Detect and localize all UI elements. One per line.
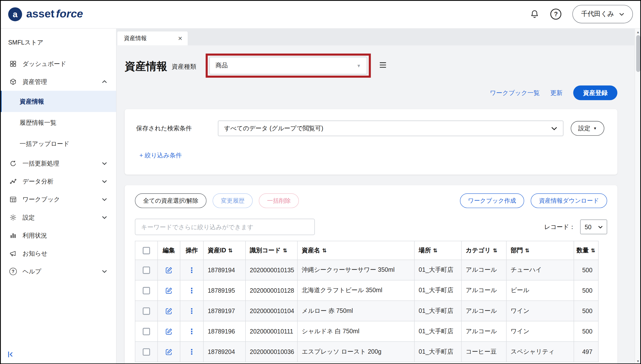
sidebar-item-news[interactable]: お知らせ — [0, 244, 116, 262]
edit-icon[interactable] — [165, 348, 173, 356]
menu-hamburger-icon[interactable] — [379, 62, 387, 68]
table-row: ⋮ 18789196 2020000010111 シャルドネ 白 750ml 0… — [135, 321, 598, 342]
sidebar-item-asset-management[interactable]: 資産管理 — [0, 73, 116, 91]
download-asset-info-button[interactable]: 資産情報ダウンロード — [531, 193, 607, 208]
table-row: ⋮ 18789204 2020000010036 エスプレッソ ロースト 200… — [135, 342, 598, 362]
col-asset-id[interactable]: 資産ID⇅ — [204, 241, 246, 260]
row-actions-icon[interactable]: ⋮ — [188, 266, 196, 274]
row-checkbox[interactable] — [143, 287, 150, 294]
analytics-icon — [9, 178, 17, 185]
change-history-button[interactable]: 変更履歴 — [213, 193, 253, 208]
sort-icon: ⇅ — [433, 248, 437, 254]
edit-icon[interactable] — [165, 328, 173, 335]
col-code[interactable]: 識別コード⇅ — [246, 241, 298, 260]
quantity-cell: 500 — [574, 280, 598, 300]
sidebar-item-help[interactable]: ? ヘルプ — [0, 262, 116, 280]
sidebar-item-dashboard[interactable]: ダッシュボード — [0, 55, 116, 73]
scrollbar-thumb[interactable] — [636, 35, 640, 72]
sidebar-item-label: ヘルプ — [22, 268, 41, 276]
sidebar-item-label: 資産情報 — [20, 98, 44, 105]
col-quantity[interactable]: 数量⇅ — [574, 241, 598, 260]
saved-search-select[interactable]: すべてのデータ (グループで閲覧可) — [218, 120, 564, 136]
sidebar-item-bulk-upload[interactable]: 一括アップロード — [0, 133, 116, 154]
col-department[interactable]: 部門⇅ — [506, 241, 574, 260]
code-cell: 2020000010104 — [246, 301, 298, 321]
quantity-cell: 500 — [574, 260, 598, 280]
scroll-down-arrow[interactable]: ▼ — [635, 358, 641, 364]
row-checkbox[interactable] — [143, 348, 150, 356]
sort-icon: ⇅ — [283, 248, 287, 254]
record-count-label: レコード： — [544, 223, 575, 231]
department-cell: ワイン — [506, 321, 574, 342]
add-filter-link[interactable]: + 絞り込み条件 — [140, 152, 182, 160]
sidebar-item-settings[interactable]: 設定 — [0, 208, 116, 226]
settings-dropdown-button[interactable]: 設定 ▼ — [571, 121, 604, 136]
keyword-search-input[interactable] — [135, 219, 315, 235]
col-asset-name[interactable]: 資産名⇅ — [298, 241, 414, 260]
sidebar-item-workbook[interactable]: ワークブック — [0, 190, 116, 208]
tab-close-icon[interactable]: × — [178, 35, 182, 42]
tab-label: 資産情報 — [124, 35, 147, 42]
department-cell: ワイン — [506, 301, 574, 321]
sidebar-item-history-list[interactable]: 履歴情報一覧 — [0, 112, 116, 133]
edit-icon[interactable] — [165, 287, 173, 294]
row-actions-icon[interactable]: ⋮ — [188, 307, 196, 315]
row-actions-icon[interactable]: ⋮ — [188, 286, 196, 294]
row-checkbox[interactable] — [143, 266, 150, 274]
select-all-assets-button[interactable]: 全ての資産選択/解除 — [135, 193, 206, 208]
table-row: ⋮ 18789197 2020000010104 メルロー 赤 750ml 01… — [135, 301, 598, 321]
dashboard-icon — [9, 60, 17, 68]
col-category[interactable]: カテゴリ⇅ — [462, 241, 506, 260]
workbook-table-icon — [9, 196, 17, 203]
asset-name-cell: 沖縄シークヮーサーサワー 350ml — [298, 260, 414, 280]
sidebar-item-data-analysis[interactable]: データ分析 — [0, 172, 116, 190]
scroll-up-arrow[interactable]: ▲ — [635, 28, 641, 35]
chevron-up-icon — [102, 80, 107, 84]
sidebar-item-label: ワークブック — [22, 196, 60, 204]
bulk-delete-button[interactable]: 一括削除 — [259, 193, 299, 208]
table-header-row: 編集 操作 資産ID⇅ 識別コード⇅ 資産名⇅ 場所⇅ カテゴリ⇅ 部門⇅ 数量… — [135, 241, 598, 260]
sidebar-item-bulk-update[interactable]: 一括更新処理 — [0, 154, 116, 172]
sidebar-item-label: データ分析 — [22, 178, 54, 186]
code-cell: 2020000010036 — [246, 342, 298, 362]
asset-register-button[interactable]: 資産登録 — [573, 85, 618, 100]
help-icon[interactable]: ? — [550, 8, 562, 20]
sort-icon: ⇅ — [493, 248, 497, 254]
col-edit: 編集 — [158, 241, 180, 260]
chevron-down-icon — [551, 126, 557, 130]
notification-bell-icon[interactable] — [530, 9, 540, 19]
col-select[interactable] — [135, 241, 158, 260]
sort-icon: ⇅ — [591, 248, 595, 254]
sidebar-item-label: 一括更新処理 — [22, 160, 59, 168]
megaphone-icon — [9, 250, 17, 257]
location-cell: 01_大手町店 — [414, 260, 462, 280]
asset-name-cell: メルロー 赤 750ml — [298, 301, 414, 321]
row-actions-icon[interactable]: ⋮ — [188, 348, 196, 356]
edit-icon[interactable] — [165, 308, 173, 315]
row-checkbox[interactable] — [143, 328, 150, 335]
col-location[interactable]: 場所⇅ — [414, 241, 462, 260]
asset-name-cell: 北海道クラフトビール 350ml — [298, 280, 414, 300]
tab-strip: 資産情報 × — [116, 28, 634, 45]
record-count-select[interactable]: 50 — [580, 220, 607, 234]
select-all-checkbox[interactable] — [143, 247, 150, 254]
app-logo[interactable]: a asset force — [8, 7, 83, 21]
category-cell: アルコール — [462, 301, 506, 321]
asset-type-select[interactable]: 商品 ▼ — [209, 57, 367, 74]
create-workbook-button[interactable]: ワークブック作成 — [460, 193, 524, 208]
sidebar-item-asset-info[interactable]: 資産情報 — [0, 91, 116, 112]
row-checkbox[interactable] — [143, 307, 150, 314]
sidebar-item-usage[interactable]: 利用状況 — [0, 226, 116, 244]
asset-id-cell: 18789204 — [204, 342, 246, 362]
edit-icon[interactable] — [165, 266, 173, 274]
quantity-cell: 497 — [574, 342, 598, 362]
user-menu-button[interactable]: 千代田くみ — [572, 5, 633, 23]
row-actions-icon[interactable]: ⋮ — [188, 327, 196, 336]
gear-icon — [9, 214, 17, 221]
location-cell: 01_大手町店 — [414, 342, 462, 362]
tab-asset-info[interactable]: 資産情報 × — [117, 32, 188, 46]
refresh-link[interactable]: 更新 — [550, 89, 562, 97]
sort-icon: ⇅ — [322, 248, 327, 254]
workbook-list-link[interactable]: ワークブック一覧 — [490, 89, 540, 97]
sidebar-collapse-icon[interactable] — [7, 350, 15, 358]
